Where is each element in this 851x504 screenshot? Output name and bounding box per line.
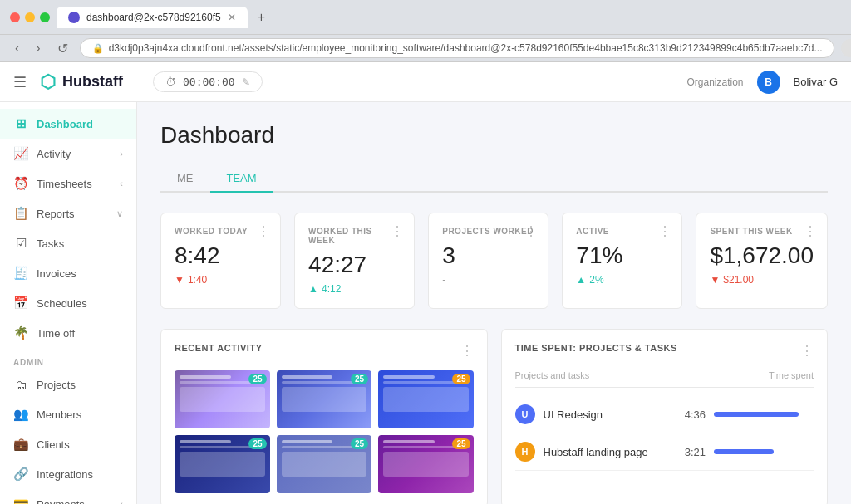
stat-value-spent: $1,672.00	[710, 242, 814, 269]
stat-card-projects: PROJECTS WORKED 3 - ⋮	[428, 213, 548, 309]
activity-icon: 📈	[13, 146, 28, 161]
activity-chevron-icon: ›	[120, 149, 123, 159]
stat-change-worked-week: ▲ 4:12	[308, 283, 401, 295]
sidebar-label-timesheets: Timesheets	[37, 178, 92, 190]
stat-menu-worked-week[interactable]: ⋮	[391, 223, 404, 239]
sidebar-item-members[interactable]: 👥 Members	[0, 399, 136, 429]
sidebar-item-timesheets[interactable]: ⏰ Timesheets ‹	[0, 169, 136, 198]
stat-change-projects: -	[442, 274, 534, 286]
profile-button[interactable]: 👤 Guest	[841, 39, 851, 57]
sidebar-label-tasks: Tasks	[37, 237, 64, 250]
close-dot[interactable]	[10, 12, 20, 22]
activity-thumb-2[interactable]: 25	[277, 370, 372, 428]
stat-card-worked-week: WORKED THIS WEEK 42:27 ▲ 4:12 ⋮	[294, 213, 415, 309]
time-row-hubstaff-landing: H Hubstaff landing page 3:21	[515, 433, 814, 471]
user-initial: B	[765, 76, 772, 88]
user-avatar: B	[757, 71, 780, 94]
sidebar-item-projects[interactable]: 🗂 Projects	[0, 370, 136, 399]
tab-team[interactable]: TEAM	[210, 165, 273, 193]
app-body: ⊞ Dashboard 📈 Activity › ⏰ Timesheets ‹ …	[0, 102, 851, 504]
time-row-ui-redesign: U UI Redesign 4:36	[515, 396, 814, 433]
minimize-dot[interactable]	[25, 12, 35, 22]
timesheets-chevron-icon: ‹	[120, 179, 123, 188]
stat-delta-active: 2%	[589, 274, 603, 286]
admin-section-label: ADMIN	[0, 348, 136, 370]
page-title: Dashboard	[160, 122, 828, 149]
timeoff-icon: 🌴	[13, 325, 28, 340]
col-time-label: Time spent	[764, 370, 814, 380]
app-header: ☰ ⬡ Hubstaff ⏱ 00:00:00 ✎ Organization B…	[0, 62, 851, 102]
stat-menu-active[interactable]: ⋮	[658, 223, 671, 239]
logo-text: Hubstaff	[62, 73, 123, 91]
forward-button[interactable]: ›	[31, 39, 45, 57]
timer-widget[interactable]: ⏱ 00:00:00 ✎	[153, 71, 263, 92]
sidebar-item-integrations[interactable]: 🔗 Integrations	[0, 459, 136, 489]
invoices-icon: 🧾	[13, 266, 28, 281]
payments-chevron-icon: ‹	[120, 499, 123, 504]
stat-menu-projects[interactable]: ⋮	[524, 223, 538, 239]
sidebar-item-timeoff[interactable]: 🌴 Time off	[0, 318, 136, 348]
browser-dots	[10, 12, 50, 22]
projects-icon: 🗂	[13, 378, 28, 392]
stat-delta-spent: $21.00	[723, 274, 754, 286]
thumb-badge-1: 25	[248, 374, 266, 384]
project-name-hubstaff-landing: Hubstaff landing page	[544, 446, 665, 458]
sidebar: ⊞ Dashboard 📈 Activity › ⏰ Timesheets ‹ …	[0, 102, 137, 504]
activity-thumb-3[interactable]: 25	[378, 370, 474, 428]
members-icon: 👥	[13, 407, 28, 422]
time-table-header: Projects and tasks Time spent	[515, 370, 814, 388]
stat-menu-spent[interactable]: ⋮	[804, 223, 817, 239]
stat-value-projects: 3	[442, 242, 534, 269]
stat-delta-worked-week: 4:12	[322, 283, 341, 295]
activity-thumb-4[interactable]: 25	[175, 435, 270, 493]
sidebar-label-integrations: Integrations	[37, 468, 93, 481]
tab-close-icon[interactable]: ✕	[228, 12, 236, 23]
clients-icon: 💼	[13, 437, 28, 452]
tab-favicon	[68, 12, 80, 23]
reports-icon: 📋	[13, 206, 28, 221]
new-tab-button[interactable]: +	[258, 10, 265, 25]
stat-value-worked-today: 8:42	[175, 242, 267, 269]
sidebar-item-tasks[interactable]: ☑ Tasks	[0, 228, 136, 258]
sidebar-label-projects: Projects	[37, 379, 76, 391]
activity-thumb-6[interactable]: 25	[378, 435, 474, 493]
project-icon-hubstaff-landing: H	[515, 442, 535, 462]
stat-card-active: ACTIVE 71% ▲ 2% ⋮	[562, 213, 682, 309]
stat-menu-worked-today[interactable]: ⋮	[257, 223, 270, 239]
back-button[interactable]: ‹	[10, 39, 24, 57]
sidebar-item-reports[interactable]: 📋 Reports ∨	[0, 198, 136, 228]
sidebar-item-invoices[interactable]: 🧾 Invoices	[0, 258, 136, 288]
user-name: Bolivar G	[794, 76, 838, 88]
browser-tab[interactable]: dashboard@2x-c578d92160f5 ✕	[57, 7, 248, 28]
sidebar-item-activity[interactable]: 📈 Activity ›	[0, 139, 136, 169]
thumb-badge-5: 25	[351, 438, 368, 449]
tab-me[interactable]: ME	[160, 165, 210, 193]
time-spent-menu[interactable]: ⋮	[800, 343, 814, 359]
dashboard-icon: ⊞	[13, 116, 28, 131]
timer-edit-icon[interactable]: ✎	[242, 76, 250, 88]
stat-label-projects: PROJECTS WORKED	[442, 227, 534, 236]
activity-thumb-5[interactable]: 25	[277, 435, 372, 493]
sidebar-label-dashboard: Dashboard	[37, 118, 93, 130]
sidebar-item-schedules[interactable]: 📅 Schedules	[0, 288, 136, 318]
sidebar-label-reports: Reports	[37, 208, 75, 220]
reload-button[interactable]: ↺	[52, 39, 73, 58]
thumb-badge-2: 25	[351, 374, 368, 384]
reports-chevron-icon: ∨	[116, 208, 123, 219]
time-bar-wrap-hubstaff-landing	[714, 449, 814, 454]
recent-activity-menu[interactable]: ⋮	[460, 343, 474, 359]
stats-row: WORKED TODAY 8:42 ▼ 1:40 ⋮ WORKED THIS W…	[160, 213, 828, 309]
activity-thumb-1[interactable]: 25	[175, 370, 270, 428]
maximize-dot[interactable]	[40, 12, 50, 22]
sidebar-item-payments[interactable]: 💳 Payments ‹	[0, 489, 136, 504]
sidebar-item-clients[interactable]: 💼 Clients	[0, 429, 136, 459]
tasks-icon: ☑	[13, 236, 28, 251]
address-bar[interactable]: 🔒 d3kdj0p3ajn4xa.cloudfront.net/assets/s…	[80, 38, 835, 58]
sidebar-item-dashboard[interactable]: ⊞ Dashboard	[0, 109, 136, 139]
stat-label-active: ACTIVE	[576, 227, 668, 236]
stat-card-spent: SPENT THIS WEEK $1,672.00 ▼ $21.00 ⋮	[696, 213, 828, 309]
sidebar-label-schedules: Schedules	[37, 297, 87, 310]
menu-button[interactable]: ☰	[13, 73, 27, 91]
recent-activity-header: RECENT ACTIVITY ⋮	[175, 343, 474, 359]
project-name-ui-redesign: UI Redesign	[544, 409, 665, 421]
